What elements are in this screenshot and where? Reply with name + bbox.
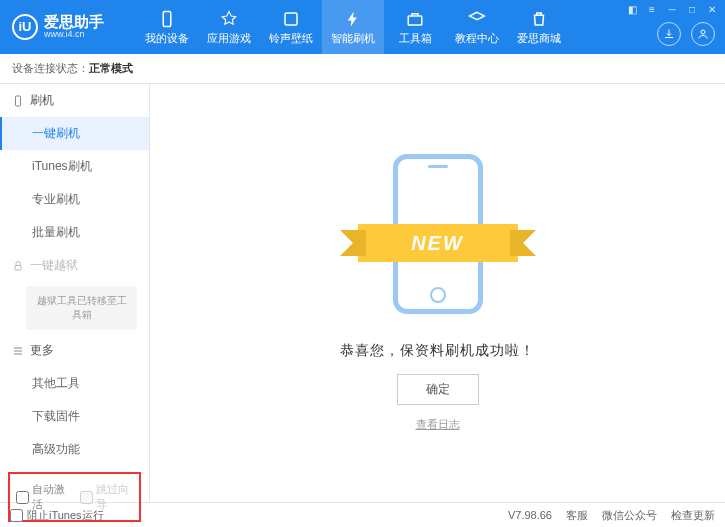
logo-icon: iU bbox=[12, 14, 38, 40]
status-value: 正常模式 bbox=[89, 61, 133, 76]
apps-icon bbox=[219, 9, 239, 29]
status-label: 设备连接状态： bbox=[12, 61, 89, 76]
sidebar-item-advanced[interactable]: 高级功能 bbox=[0, 433, 149, 466]
nav-my-device[interactable]: 我的设备 bbox=[136, 0, 198, 54]
sidebar-group-jailbreak: 一键越狱 bbox=[0, 249, 149, 282]
sidebar-group-flash[interactable]: 刷机 bbox=[0, 84, 149, 117]
store-icon bbox=[529, 9, 549, 29]
close-button[interactable]: ✕ bbox=[707, 4, 717, 14]
footer-wechat[interactable]: 微信公众号 bbox=[602, 508, 657, 523]
nav-apps-games[interactable]: 应用游戏 bbox=[198, 0, 260, 54]
list-icon bbox=[12, 345, 24, 357]
toolbox-icon bbox=[405, 9, 425, 29]
top-nav: 我的设备 应用游戏 铃声壁纸 智能刷机 工具箱 教程中心 爱思商城 bbox=[136, 0, 570, 54]
success-message: 恭喜您，保资料刷机成功啦！ bbox=[340, 342, 535, 360]
svg-rect-5 bbox=[15, 265, 21, 270]
media-icon bbox=[281, 9, 301, 29]
main-content: NEW 恭喜您，保资料刷机成功啦！ 确定 查看日志 bbox=[150, 84, 725, 502]
maximize-button[interactable]: □ bbox=[687, 4, 697, 14]
flash-icon bbox=[343, 9, 363, 29]
footer-support[interactable]: 客服 bbox=[566, 508, 588, 523]
sidebar-item-download-firmware[interactable]: 下载固件 bbox=[0, 400, 149, 433]
sidebar-item-other-tools[interactable]: 其他工具 bbox=[0, 367, 149, 400]
app-logo: iU 爱思助手 www.i4.cn bbox=[0, 14, 116, 40]
nav-tutorial[interactable]: 教程中心 bbox=[446, 0, 508, 54]
ok-button[interactable]: 确定 bbox=[397, 374, 479, 405]
svg-rect-1 bbox=[285, 13, 297, 25]
jailbreak-note: 越狱工具已转移至工具箱 bbox=[26, 286, 137, 330]
sidebar: 刷机 一键刷机 iTunes刷机 专业刷机 批量刷机 一键越狱 越狱工具已转移至… bbox=[0, 84, 150, 502]
user-button[interactable] bbox=[691, 22, 715, 46]
svg-rect-0 bbox=[163, 11, 171, 26]
device-icon bbox=[157, 9, 177, 29]
view-log-link[interactable]: 查看日志 bbox=[416, 417, 460, 432]
nav-smart-flash[interactable]: 智能刷机 bbox=[322, 0, 384, 54]
sidebar-item-pro-flash[interactable]: 专业刷机 bbox=[0, 183, 149, 216]
app-title: 爱思助手 bbox=[44, 14, 104, 31]
minimize-button[interactable]: ─ bbox=[667, 4, 677, 14]
lock-icon bbox=[12, 260, 24, 272]
svg-point-3 bbox=[701, 30, 705, 34]
skin-button[interactable]: ◧ bbox=[627, 4, 637, 14]
checkbox-block-itunes[interactable]: 阻止iTunes运行 bbox=[10, 508, 104, 523]
nav-store[interactable]: 爱思商城 bbox=[508, 0, 570, 54]
sidebar-item-onekey-flash[interactable]: 一键刷机 bbox=[0, 117, 149, 150]
sidebar-item-batch-flash[interactable]: 批量刷机 bbox=[0, 216, 149, 249]
nav-ringtone-wallpaper[interactable]: 铃声壁纸 bbox=[260, 0, 322, 54]
status-bar: 设备连接状态： 正常模式 bbox=[0, 54, 725, 84]
nav-toolbox[interactable]: 工具箱 bbox=[384, 0, 446, 54]
tutorial-icon bbox=[467, 9, 487, 29]
sidebar-item-itunes-flash[interactable]: iTunes刷机 bbox=[0, 150, 149, 183]
success-illustration: NEW bbox=[348, 154, 528, 324]
svg-rect-2 bbox=[408, 16, 422, 25]
download-button[interactable] bbox=[657, 22, 681, 46]
new-ribbon: NEW bbox=[358, 224, 518, 262]
version-label: V7.98.66 bbox=[508, 509, 552, 521]
flash-group-icon bbox=[12, 95, 24, 107]
svg-rect-4 bbox=[16, 96, 21, 106]
footer-check-update[interactable]: 检查更新 bbox=[671, 508, 715, 523]
menu-button[interactable]: ≡ bbox=[647, 4, 657, 14]
app-url: www.i4.cn bbox=[44, 30, 104, 40]
sidebar-group-more[interactable]: 更多 bbox=[0, 334, 149, 367]
